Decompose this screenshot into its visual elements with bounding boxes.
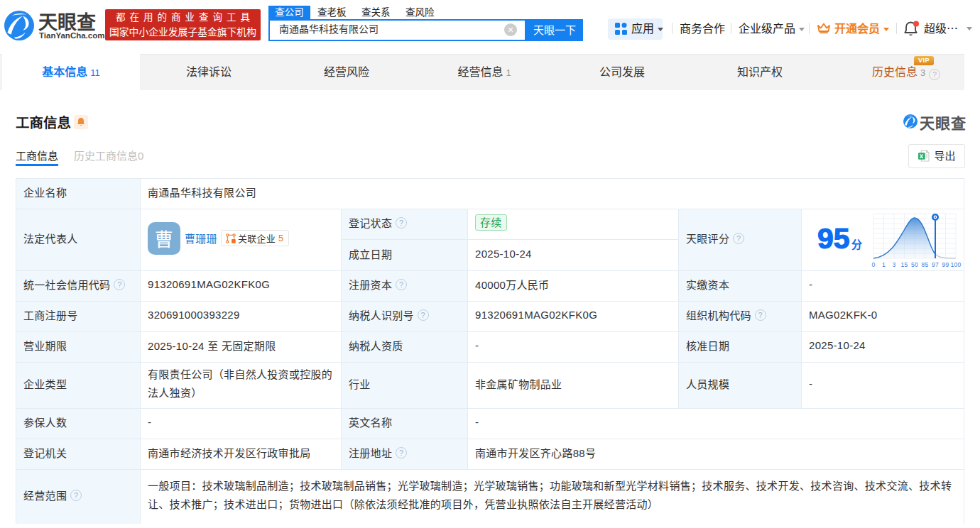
svg-text:97: 97: [932, 261, 939, 268]
svg-text:0: 0: [871, 261, 875, 268]
svg-text:15: 15: [900, 261, 908, 268]
svg-text:1: 1: [882, 261, 886, 268]
svg-text:85: 85: [921, 261, 928, 268]
svg-text:99: 99: [942, 261, 949, 268]
svg-text:3: 3: [892, 261, 895, 268]
svg-text:100: 100: [950, 261, 961, 268]
svg-text:50: 50: [911, 261, 918, 268]
